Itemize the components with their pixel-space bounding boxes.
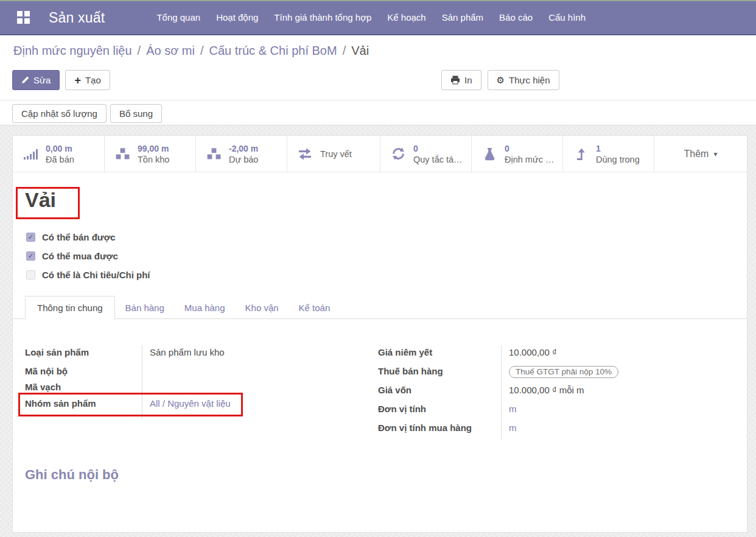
stat-label: Quy tắc tá… xyxy=(413,154,463,165)
internal-notes-heading: Ghi chú nội bộ xyxy=(25,467,119,483)
check-icon: ✓ xyxy=(28,252,33,259)
menu-item-san-pham[interactable]: Sản phẩm xyxy=(434,1,491,35)
breadcrumb-link-cau-truc-bom[interactable]: Cấu trúc & Chi phí BoM xyxy=(209,44,337,57)
field-label-ma-noi-bo: Mã nội bộ xyxy=(25,364,142,380)
stat-label: Dự báo xyxy=(229,154,258,165)
field-gia-von: 10.000,00 ₫ mỗi m xyxy=(501,383,743,402)
app-name: Sản xuất xyxy=(49,10,105,26)
stat-value: -2,00 m xyxy=(229,143,258,154)
field-thue-ban-hang: Thuế GTGT phải nộp 10% xyxy=(501,364,743,383)
breadcrumb-link-ao-so-mi[interactable]: Áo sơ mi xyxy=(146,44,195,57)
stat-label: Định mức … xyxy=(505,154,554,165)
breadcrumb-separator: / xyxy=(343,44,346,57)
update-quantity-button[interactable]: Cập nhật số lượng xyxy=(12,104,107,123)
menu-item-bao-cao[interactable]: Báo cáo xyxy=(491,1,541,35)
stat-button-truy-vet[interactable]: Truy vết xyxy=(287,136,380,172)
stat-label: Đã bán xyxy=(46,154,74,165)
menu-item-tinh-gia-thanh[interactable]: Tính giá thành tổng hợp xyxy=(266,1,379,35)
menu-item-hoat-dong[interactable]: Hoạt động xyxy=(208,1,266,35)
level-up-icon xyxy=(571,148,590,160)
breadcrumb-link-dinh-muc[interactable]: Định mức nguyên liệu xyxy=(13,44,132,57)
field-label-nhom-san-pham: Nhóm sản phẩm xyxy=(25,396,142,419)
edit-button[interactable]: Sửa xyxy=(12,70,60,90)
flag-row: ✓ Có thể mua được xyxy=(26,251,150,261)
tab-ke-toan[interactable]: Kế toán xyxy=(299,303,331,313)
stat-value: 0 xyxy=(505,143,554,154)
product-form-sheet: 0,00 mĐã bán 99,00 mTồn kho -2,00 mDự bá… xyxy=(12,135,747,533)
tab-thong-tin-chung[interactable]: Thông tin chung xyxy=(25,296,115,320)
checkbox-chi-tieu-chi-phi[interactable] xyxy=(26,270,35,279)
cubes-icon xyxy=(204,147,223,161)
stat-label: Tồn kho xyxy=(138,154,169,165)
checkbox-label: Có thể mua được xyxy=(42,251,118,261)
gear-icon: ⚙ xyxy=(497,75,505,85)
checkbox-co-the-mua-duoc[interactable]: ✓ xyxy=(26,251,35,261)
tab-ban-hang[interactable]: Bán hàng xyxy=(125,303,164,313)
print-button-label: In xyxy=(464,75,472,85)
field-label-gia-niem-yet: Giá niêm yết xyxy=(378,345,501,364)
more-button-label: Thêm xyxy=(684,149,709,160)
field-don-vi-tinh-mua-hang[interactable]: m xyxy=(501,421,743,440)
menu-item-cau-hinh[interactable]: Cấu hình xyxy=(541,1,593,35)
exchange-icon xyxy=(295,148,315,160)
create-button-label: Tạo xyxy=(85,75,101,85)
flag-row: ✓ Có thể bán được xyxy=(26,232,150,242)
stat-button-quy-tac[interactable]: 0Quy tắc tá… xyxy=(380,136,472,172)
field-label-thue-ban-hang: Thuế bán hàng xyxy=(378,364,501,383)
stat-button-du-bao[interactable]: -2,00 mDự báo xyxy=(196,136,287,172)
flask-icon xyxy=(480,147,499,161)
tax-tag: Thuế GTGT phải nộp 10% xyxy=(509,366,618,378)
tab-mua-hang[interactable]: Mua hàng xyxy=(184,303,225,313)
printer-icon xyxy=(450,75,460,85)
menu-item-tong-quan[interactable]: Tổng quan xyxy=(149,1,208,35)
secondary-actions: Cập nhật số lượng Bổ sung xyxy=(12,104,162,123)
stat-button-ton-kho[interactable]: 99,00 mTồn kho xyxy=(105,136,196,172)
field-label-don-vi-tinh-mua-hang: Đơn vị tính mua hàng xyxy=(378,421,501,440)
checkbox-label: Có thể bán được xyxy=(42,232,116,242)
stat-button-dinh-muc[interactable]: 0Định mức … xyxy=(472,136,563,172)
field-label-gia-von: Giá vốn xyxy=(378,383,501,402)
print-button[interactable]: In xyxy=(441,70,481,90)
stat-button-da-ban[interactable]: 0,00 mĐã bán xyxy=(13,136,105,172)
field-ma-vach xyxy=(142,380,369,396)
field-ma-noi-bo xyxy=(142,364,369,380)
bar-chart-icon xyxy=(21,149,40,160)
odoo-window: Sản xuất Tổng quan Hoạt động Tính giá th… xyxy=(0,0,756,537)
apps-grid-icon[interactable] xyxy=(17,11,30,24)
form-buttons: Sửa + Tạo xyxy=(12,70,110,90)
stat-value: 99,00 m xyxy=(138,143,169,154)
field-label-don-vi-tinh: Đơn vị tính xyxy=(378,402,501,421)
run-action-label: Thực hiện xyxy=(509,75,550,85)
top-navbar: Sản xuất Tổng quan Hoạt động Tính giá th… xyxy=(0,1,756,35)
stat-button-dung-trong[interactable]: 1Dùng trong xyxy=(563,136,654,172)
stat-label: Truy vết xyxy=(320,149,352,160)
field-label-ma-vach: Mã vạch xyxy=(25,380,142,396)
stat-button-row: 0,00 mĐã bán 99,00 mTồn kho -2,00 mDự bá… xyxy=(13,136,747,172)
replenish-button[interactable]: Bổ sung xyxy=(110,104,162,123)
checkbox-label: Có thể là Chi tiêu/Chi phí xyxy=(42,270,150,280)
breadcrumb: Định mức nguyên liệu/Áo sơ mi/Cấu trúc &… xyxy=(13,44,369,58)
action-buttons: In ⚙ Thực hiện xyxy=(441,70,559,90)
stat-value: 1 xyxy=(596,143,640,154)
tab-kho-van[interactable]: Kho vận xyxy=(245,303,279,313)
field-label-loai-san-pham: Loại sản phẩm xyxy=(25,345,142,364)
field-loai-san-pham: Sản phẩm lưu kho xyxy=(142,345,369,364)
panel-divider xyxy=(0,100,756,100)
caret-down-icon: ▾ xyxy=(713,150,717,158)
run-action-button[interactable]: ⚙ Thực hiện xyxy=(488,70,559,90)
field-gia-niem-yet: 10.000,00 ₫ xyxy=(501,345,743,364)
stat-value: 0,00 m xyxy=(46,143,74,154)
more-button[interactable]: Thêm ▾ xyxy=(654,136,747,172)
flag-row: Có thể là Chi tiêu/Chi phí xyxy=(26,270,150,280)
stat-value: 0 xyxy=(413,143,463,154)
field-nhom-san-pham[interactable]: All / Nguyên vật liệu xyxy=(142,396,369,419)
top-menu: Tổng quan Hoạt động Tính giá thành tổng … xyxy=(149,1,593,35)
field-group-right: Giá niêm yết 10.000,00 ₫ Thuế bán hàng T… xyxy=(378,345,743,440)
product-title: Vải xyxy=(25,188,56,212)
checkbox-co-the-ban-duoc[interactable]: ✓ xyxy=(26,233,35,242)
menu-item-ke-hoach[interactable]: Kế hoạch xyxy=(379,1,433,35)
refresh-icon xyxy=(388,147,408,161)
cubes-icon xyxy=(113,147,132,161)
field-don-vi-tinh[interactable]: m xyxy=(501,402,743,421)
create-button[interactable]: + Tạo xyxy=(65,70,110,90)
